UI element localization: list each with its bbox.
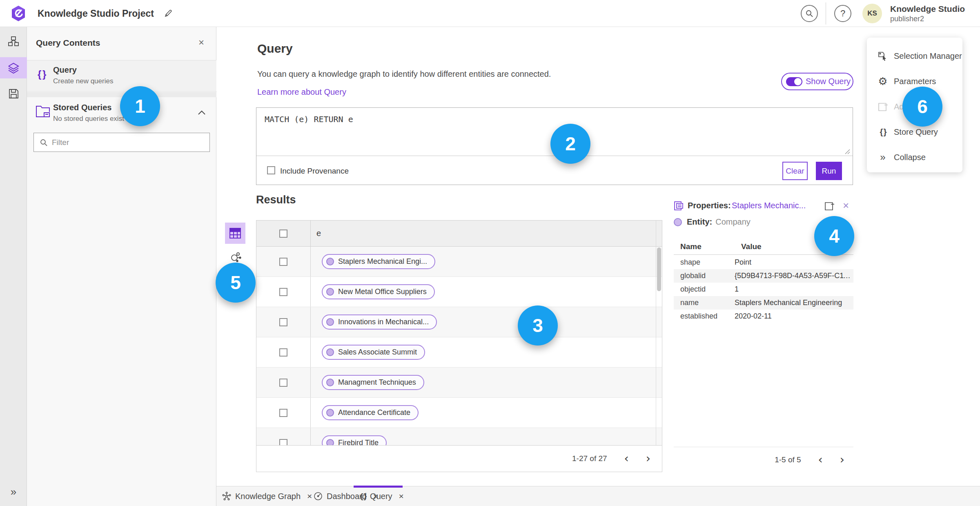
property-row[interactable]: objectid1	[674, 283, 853, 296]
rail-save-button[interactable]	[0, 83, 27, 104]
save-icon	[8, 88, 19, 99]
properties-entity-link[interactable]: Staplers Mechanic...	[732, 201, 806, 210]
table-row[interactable]: New Metal Office Suppliers	[256, 277, 662, 307]
row-checkbox[interactable]	[279, 439, 287, 446]
show-query-toggle[interactable]: Show Query	[781, 73, 853, 90]
row-checkbox[interactable]	[279, 409, 287, 417]
filter-input[interactable]	[52, 133, 207, 152]
property-row[interactable]: established2020-02-11	[674, 310, 853, 323]
entity-chip[interactable]: New Metal Office Suppliers	[322, 284, 435, 299]
link-analysis-icon	[230, 251, 241, 263]
clear-button[interactable]: Clear	[782, 162, 808, 180]
results-link-chart-view-button[interactable]	[229, 250, 243, 264]
row-checkbox[interactable]	[279, 318, 287, 326]
entity-dot-icon	[326, 439, 334, 445]
avatar[interactable]: KS	[862, 4, 882, 23]
filter-search-icon	[40, 138, 48, 147]
entity-chip[interactable]: Managment Techniques	[322, 375, 424, 390]
expand-icon: »	[11, 486, 16, 498]
braces-icon: { }	[38, 69, 45, 80]
sidebar-item-query[interactable]: { } Query Create new queries	[27, 60, 216, 91]
knowledge-studio-app: Knowledge Studio Project ? KS Knowledge …	[0, 0, 980, 506]
add-to-new-icon[interactable]	[824, 201, 835, 211]
property-row[interactable]: globalid{5D9B4713-F98D-4A53-A59F-C11...	[674, 269, 853, 283]
table-row[interactable]: Firebird Title	[256, 428, 662, 445]
callout-1: 1	[120, 86, 160, 126]
entity-chip[interactable]: Attendance Certificate	[322, 405, 419, 420]
include-provenance-checkbox[interactable]	[267, 166, 275, 174]
row-checkbox[interactable]	[279, 379, 287, 387]
entity-dot-icon	[326, 409, 334, 417]
row-checkbox[interactable]	[279, 258, 287, 266]
select-all-checkbox[interactable]	[279, 230, 287, 238]
results-scrollbar[interactable]	[656, 221, 662, 445]
entity-dot-icon	[326, 379, 334, 386]
edit-title-pencil-icon[interactable]	[163, 9, 173, 18]
results-table-view-button[interactable]	[225, 223, 245, 244]
header-checkbox-cell	[256, 221, 311, 246]
properties-close-icon[interactable]: ×	[843, 199, 849, 212]
avatar-initials: KS	[867, 9, 877, 18]
property-row[interactable]: shapePoint	[674, 256, 853, 269]
learn-more-link[interactable]: Learn more about Query	[257, 87, 346, 97]
entity-dot-icon	[326, 348, 334, 356]
layers-icon	[7, 62, 20, 74]
query-page-title: Query	[257, 42, 293, 56]
scrollbar-thumb[interactable]	[657, 247, 661, 291]
query-item-subtitle: Create new queries	[53, 77, 113, 85]
menu-item-selection-manager[interactable]: Selection Manager	[867, 43, 962, 69]
close-tab-icon[interactable]: ×	[399, 491, 404, 501]
table-row[interactable]: Managment Techniques	[256, 368, 662, 398]
app-logo-icon	[11, 5, 25, 22]
dashboard-gauge-icon	[314, 492, 323, 501]
tab-knowledge-graph[interactable]: Knowledge Graph ×	[222, 486, 312, 506]
toggle-track	[786, 77, 802, 86]
user-name: Knowledge Studio	[890, 4, 965, 14]
table-row[interactable]: Innovations in Mechanical...	[256, 307, 662, 337]
entity-chip[interactable]: Staplers Mechanical Engi...	[322, 254, 435, 269]
help-button[interactable]: ?	[834, 5, 851, 22]
close-tab-icon[interactable]: ×	[307, 491, 312, 501]
props-prev-page-icon[interactable]: ‹	[818, 456, 823, 464]
search-button[interactable]	[801, 5, 818, 22]
tab-query[interactable]: { } Query ×	[360, 486, 404, 506]
results-prev-page-icon[interactable]: ‹	[624, 455, 629, 463]
entity-chip[interactable]: Sales Associate Summit	[322, 345, 425, 360]
user-menu[interactable]: Knowledge Studio publisher2	[890, 4, 965, 23]
panel-header: Query Contents ×	[27, 27, 216, 60]
rail-link-chart-button[interactable]	[0, 31, 27, 52]
left-icon-rail: »	[0, 27, 27, 506]
property-row[interactable]: nameStaplers Mechanical Engineering	[674, 296, 853, 310]
chevron-up-icon[interactable]	[198, 110, 206, 115]
column-header-e: e	[311, 229, 321, 238]
table-icon	[229, 228, 241, 239]
link-chart-icon	[8, 36, 19, 47]
properties-label: Properties:	[688, 201, 731, 210]
table-row[interactable]: Sales Associate Summit	[256, 337, 662, 368]
entity-type: Company	[715, 217, 751, 227]
entity-chip[interactable]: Firebird Title	[322, 435, 387, 445]
add-square-icon	[877, 101, 889, 112]
stored-queries-folder-icon	[35, 105, 51, 119]
entity-chip[interactable]: Innovations in Mechanical...	[322, 314, 437, 330]
braces-icon: { }	[877, 127, 889, 137]
resize-handle-icon[interactable]	[844, 148, 850, 154]
row-checkbox[interactable]	[279, 288, 287, 296]
row-checkbox[interactable]	[279, 348, 287, 357]
props-col-value: Value	[741, 242, 762, 251]
bottom-tab-bar: Knowledge Graph × Dashboard × { } Query …	[216, 486, 980, 506]
rail-layers-button[interactable]	[0, 57, 27, 78]
expand-rail-button[interactable]: »	[0, 481, 27, 502]
results-next-page-icon[interactable]: ›	[646, 455, 650, 463]
stored-queries-subtitle: No stored queries exist	[53, 115, 124, 123]
callout-5: 5	[216, 263, 256, 303]
table-row[interactable]: Staplers Mechanical Engi...	[256, 247, 662, 277]
menu-item-collapse[interactable]: » Collapse	[867, 145, 962, 170]
panel-close-icon[interactable]: ×	[198, 37, 204, 48]
show-query-label: Show Query	[806, 77, 851, 86]
props-next-page-icon[interactable]: ›	[840, 456, 844, 464]
run-button[interactable]: Run	[816, 162, 842, 180]
results-rows: Staplers Mechanical Engi... New Metal Of…	[256, 247, 662, 445]
callout-6: 6	[902, 87, 942, 127]
table-row[interactable]: Attendance Certificate	[256, 398, 662, 428]
